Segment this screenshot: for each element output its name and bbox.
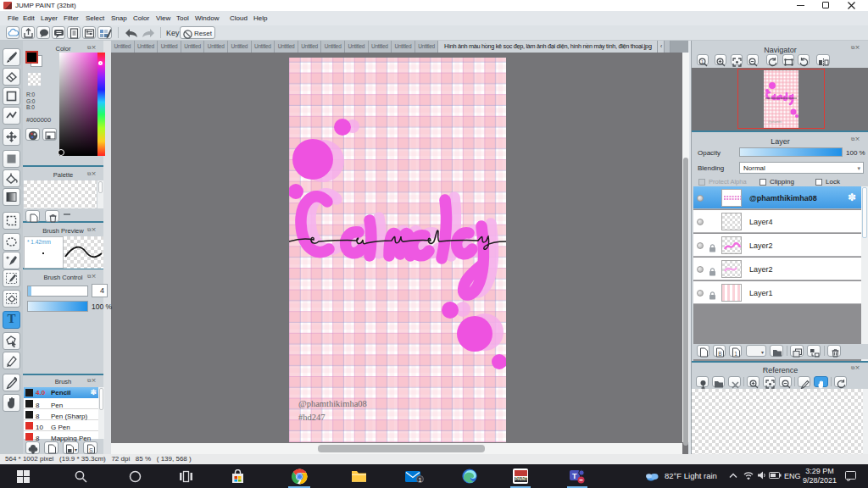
svg-text:@phamthi: @phamthi [768, 120, 782, 124]
svg-text:@phamthikimha08: @phamthikimha08 [298, 399, 367, 408]
svg-text:1: 1 [701, 59, 704, 64]
svg-text:T: T [572, 472, 577, 480]
svg-text:S: S [89, 447, 93, 453]
svg-text:B: B [718, 351, 721, 357]
svg-text:#hd247: #hd247 [298, 413, 326, 422]
svg-text:1: 1 [734, 351, 737, 357]
